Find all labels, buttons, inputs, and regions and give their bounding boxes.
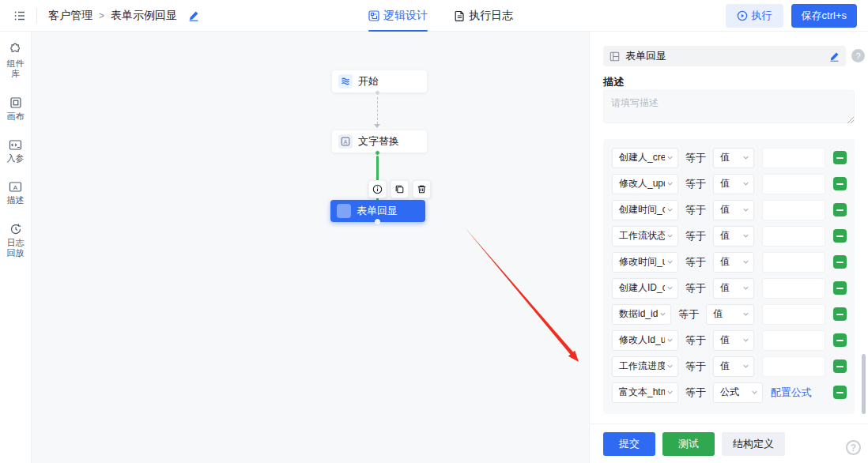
field-select[interactable]: 工作流状态 [612, 226, 678, 247]
value-input[interactable] [762, 226, 825, 247]
test-button[interactable]: 测试 [662, 432, 715, 456]
remove-row-button[interactable] [833, 386, 847, 399]
copy-icon[interactable] [391, 180, 409, 198]
chevron-down-icon [742, 232, 749, 239]
sidebar-item-label: 入参 [4, 153, 28, 164]
value-type-select[interactable]: 值 [713, 148, 754, 168]
svg-text:A: A [13, 184, 18, 191]
rename-pencil-icon[interactable] [188, 10, 199, 21]
chevron-down-icon [666, 180, 674, 187]
trash-icon[interactable] [413, 180, 431, 198]
value-input[interactable] [762, 330, 825, 351]
value-type-select-value: 值 [713, 307, 741, 321]
minus-icon [836, 235, 843, 237]
puzzle-icon [9, 43, 22, 56]
value-type-select[interactable]: 值 [713, 174, 754, 194]
value-input[interactable] [762, 356, 825, 377]
value-input[interactable] [762, 174, 825, 194]
field-select[interactable]: 修改人Id_u [612, 330, 678, 351]
sidebar-item-describe[interactable]: A 描述 [0, 181, 32, 205]
sidebar-item-canvas[interactable]: 画布 [0, 96, 32, 122]
workflow-canvas[interactable]: 开始 A 文字替换 [32, 32, 589, 463]
output-port-dot[interactable] [375, 219, 380, 224]
operator-label: 等于 [678, 333, 713, 348]
operator-label: 等于 [678, 203, 713, 217]
value-type-select-value: 值 [720, 281, 741, 295]
sidebar-item-label: 画布 [4, 111, 28, 122]
panel-node-title: 表单回显 [625, 49, 824, 63]
node-help-icon[interactable]: ? [851, 49, 865, 62]
value-type-select[interactable]: 值 [713, 200, 754, 220]
chevron-down-icon [666, 258, 674, 265]
panel-scrollbar-thumb[interactable] [862, 354, 866, 414]
value-type-select[interactable]: 公式 [713, 382, 763, 403]
remove-row-button[interactable] [833, 307, 847, 321]
output-port-dot[interactable] [375, 150, 380, 156]
global-help-icon[interactable]: ? [846, 440, 861, 455]
value-type-select[interactable]: 值 [713, 330, 754, 351]
value-type-select[interactable]: 值 [706, 304, 754, 325]
top-bar: 客户管理 > 表单示例回显 逻辑设计 [0, 0, 868, 32]
field-select-value: 创建人ID_c [619, 281, 665, 295]
tab-execution-log[interactable]: 执行日志 [455, 0, 513, 32]
chevron-down-icon [742, 154, 749, 161]
schema-definition-button[interactable]: 结构定义 [722, 432, 785, 456]
submit-button[interactable]: 提交 [603, 432, 655, 456]
log-replay-icon [9, 223, 22, 235]
remove-row-button[interactable] [833, 203, 847, 216]
sidebar-item-input-params[interactable]: 入参 [0, 139, 32, 164]
operator-label: 等于 [678, 177, 713, 191]
sidebar-item-log-replay[interactable]: 日志回放 [0, 223, 32, 258]
operator-label: 等于 [678, 359, 713, 374]
field-select[interactable]: 创建时间_c [612, 200, 678, 220]
layers-icon [338, 74, 353, 88]
field-select[interactable]: 富文本_htm [612, 382, 678, 403]
value-input[interactable] [762, 252, 825, 273]
output-port-dot[interactable] [375, 90, 380, 96]
remove-row-button[interactable] [833, 359, 847, 373]
field-select[interactable]: 修改人_upd [612, 174, 678, 194]
condition-row: 数据id_id 等于 值 [603, 301, 855, 327]
field-select[interactable]: 数据id_id [612, 304, 671, 325]
value-type-select-value: 公式 [720, 386, 749, 399]
value-type-select[interactable]: 值 [713, 252, 754, 273]
value-input[interactable] [762, 304, 825, 325]
chevron-down-icon [666, 284, 674, 292]
remove-row-button[interactable] [833, 151, 847, 164]
breadcrumb-root[interactable]: 客户管理 [48, 9, 92, 23]
remove-row-button[interactable] [833, 333, 847, 347]
menu-list-icon[interactable] [9, 6, 30, 26]
remove-row-button[interactable] [833, 177, 847, 190]
tab-logic-design[interactable]: 逻辑设计 [368, 0, 428, 32]
info-icon[interactable] [368, 180, 387, 198]
value-type-select[interactable]: 值 [713, 278, 754, 299]
field-select[interactable]: 创建人ID_c [612, 278, 678, 299]
field-select[interactable]: 创建人_cre [612, 148, 678, 168]
node-text-replace[interactable]: A 文字替换 [332, 130, 427, 152]
remove-row-button[interactable] [833, 255, 847, 269]
form-icon [609, 51, 620, 62]
field-select[interactable]: 修改时间_u [612, 252, 678, 273]
sidebar-item-component-library[interactable]: 组件库 [0, 43, 32, 79]
description-textarea[interactable] [603, 90, 855, 123]
remove-row-button[interactable] [833, 229, 847, 243]
chevron-down-icon [742, 206, 749, 213]
value-input[interactable] [762, 200, 825, 220]
value-type-select[interactable]: 值 [713, 356, 754, 377]
node-start[interactable]: 开始 [332, 70, 427, 92]
remove-row-button[interactable] [833, 281, 847, 295]
save-button[interactable]: 保存ctrl+s [791, 4, 857, 28]
value-input[interactable] [762, 278, 825, 299]
value-type-select-value: 值 [720, 359, 741, 373]
value-type-select[interactable]: 值 [713, 226, 754, 247]
edit-title-pencil-icon[interactable] [829, 51, 840, 62]
canvas-icon [9, 96, 22, 109]
run-button[interactable]: 执行 [726, 4, 783, 28]
breadcrumb-current: 表单示例回显 [111, 9, 177, 23]
field-select-value: 创建人_cre [619, 151, 665, 164]
active-tab-underline [368, 30, 428, 32]
configure-formula-link[interactable]: 配置公式 [771, 386, 825, 400]
field-select[interactable]: 工作流进度 [612, 356, 678, 377]
condition-row: 富文本_htm 等于 公式 配置公式 [603, 379, 855, 405]
value-input[interactable] [762, 148, 825, 168]
